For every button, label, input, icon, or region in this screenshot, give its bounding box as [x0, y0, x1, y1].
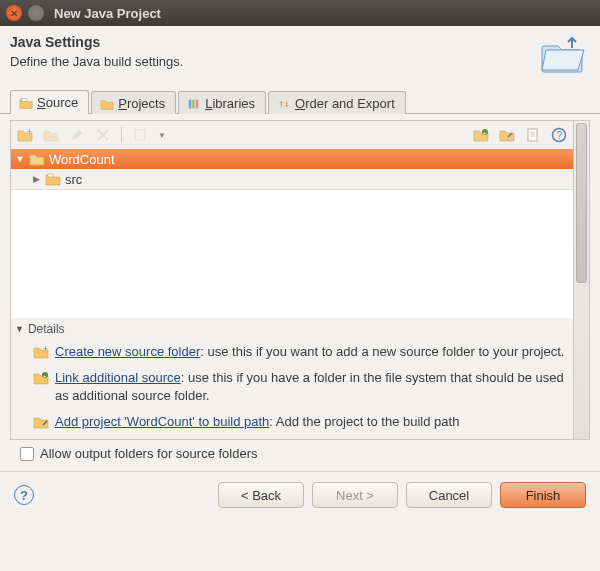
- link-folder-icon[interactable]: [499, 127, 515, 143]
- expand-arrow-icon[interactable]: ▶: [31, 174, 41, 184]
- tree-root[interactable]: ▼ WordCount: [11, 149, 573, 169]
- tree-child-label: src: [65, 172, 82, 187]
- title-bar: ✕ New Java Project: [0, 0, 600, 26]
- tree-root-label: WordCount: [49, 152, 115, 167]
- help-icon[interactable]: ?: [551, 127, 567, 143]
- source-folder-icon: [19, 97, 33, 109]
- svg-rect-1: [189, 99, 192, 108]
- add-project-icon: [33, 414, 49, 430]
- tab-label: Libraries: [205, 96, 255, 111]
- wizard-banner-icon: [538, 34, 586, 77]
- page-title: Java Settings: [10, 34, 183, 50]
- page-subtitle: Define the Java build settings.: [10, 54, 183, 69]
- svg-text:+: +: [43, 344, 48, 353]
- add-folder-icon[interactable]: +: [473, 127, 489, 143]
- add-project-build-path-link[interactable]: Add project 'WordCount' to build path: [55, 414, 269, 429]
- details-title: Details: [28, 322, 65, 336]
- source-folder-icon: [45, 172, 61, 186]
- window-title: New Java Project: [54, 6, 161, 21]
- page-icon[interactable]: [525, 127, 541, 143]
- tab-label: Order and Export: [295, 96, 395, 111]
- scrollbar-thumb[interactable]: [576, 123, 587, 283]
- create-source-folder-link[interactable]: Create new source folder: [55, 344, 200, 359]
- project-icon: [29, 152, 45, 166]
- new-source-folder-icon: +: [33, 344, 49, 360]
- allow-output-folders-label: Allow output folders for source folders: [40, 446, 258, 461]
- tab-bar: Source Projects Libraries Order and Expo…: [0, 89, 600, 114]
- back-button[interactable]: < Back: [218, 482, 304, 508]
- source-toolbar: + ▼ + ?: [11, 121, 573, 149]
- tree-child[interactable]: ▶ src: [11, 169, 573, 189]
- window-close-button[interactable]: ✕: [6, 5, 22, 21]
- allow-output-folders-row[interactable]: Allow output folders for source folders: [10, 440, 590, 467]
- tab-label: Projects: [118, 96, 165, 111]
- svg-rect-3: [196, 99, 199, 108]
- dropdown-arrow-icon[interactable]: ▼: [158, 131, 166, 140]
- help-button[interactable]: ?: [14, 485, 34, 505]
- detail-text: : Add the project to the build path: [269, 414, 459, 429]
- window-minimize-button[interactable]: [28, 5, 44, 21]
- tab-libraries[interactable]: Libraries: [178, 91, 266, 114]
- svg-rect-0: [22, 98, 27, 101]
- tab-projects[interactable]: Projects: [91, 91, 176, 114]
- detail-item: Add project 'WordCount' to build path: A…: [15, 410, 567, 437]
- remove-icon[interactable]: [95, 127, 111, 143]
- details-header[interactable]: ▼ Details: [15, 322, 567, 336]
- projects-icon: [100, 98, 114, 110]
- source-panel: + ▼ + ? ▼: [10, 120, 590, 440]
- collapse-arrow-icon: ▼: [15, 324, 24, 334]
- link-source-icon: +: [33, 370, 49, 386]
- detail-item: + Link additional source: use this if yo…: [15, 366, 567, 410]
- svg-text:+: +: [43, 373, 47, 379]
- link-additional-source-link[interactable]: Link additional source: [55, 370, 181, 385]
- detail-item: + Create new source folder: use this if …: [15, 340, 567, 367]
- expand-arrow-icon[interactable]: ▼: [15, 154, 25, 164]
- tree-whitespace: [11, 189, 573, 318]
- toggle-icon[interactable]: [132, 127, 148, 143]
- tab-label: Source: [37, 95, 78, 110]
- allow-output-folders-checkbox[interactable]: [20, 447, 34, 461]
- cancel-button[interactable]: Cancel: [406, 482, 492, 508]
- svg-rect-11: [48, 174, 53, 177]
- wizard-footer: ? < Back Next > Cancel Finish: [0, 471, 600, 520]
- libraries-icon: [187, 98, 201, 110]
- source-tree[interactable]: ▼ WordCount ▶ src: [11, 149, 573, 189]
- svg-rect-8: [528, 129, 537, 141]
- link-source-icon[interactable]: [43, 127, 59, 143]
- new-source-folder-icon[interactable]: +: [17, 127, 33, 143]
- svg-rect-2: [192, 99, 195, 108]
- svg-rect-5: [135, 130, 145, 140]
- tab-order-export[interactable]: Order and Export: [268, 91, 406, 114]
- vertical-scrollbar[interactable]: [573, 121, 589, 439]
- next-button: Next >: [312, 482, 398, 508]
- svg-text:+: +: [27, 127, 32, 136]
- finish-button[interactable]: Finish: [500, 482, 586, 508]
- svg-text:+: +: [483, 130, 487, 136]
- tab-source[interactable]: Source: [10, 90, 89, 114]
- detail-text: : use this if you want to add a new sour…: [200, 344, 564, 359]
- details-section: ▼ Details + Create new source folder: us…: [11, 318, 573, 439]
- edit-icon[interactable]: [69, 127, 85, 143]
- wizard-header: Java Settings Define the Java build sett…: [0, 26, 600, 89]
- order-export-icon: [277, 98, 291, 110]
- svg-text:?: ?: [557, 130, 563, 141]
